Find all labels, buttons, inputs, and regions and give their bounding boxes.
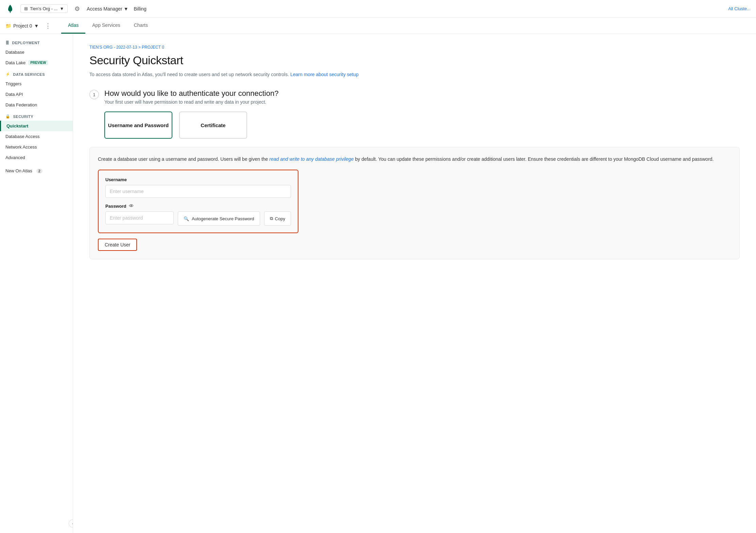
new-on-atlas-badge: 2 xyxy=(36,169,42,173)
sidebar-item-triggers[interactable]: Triggers xyxy=(0,79,73,89)
org-icon: ⊞ xyxy=(24,6,28,11)
copy-password-button[interactable]: ⧉ Copy xyxy=(264,211,291,226)
sidebar-section-deployment: 🗄 DEPLOYMENT xyxy=(0,37,73,47)
username-input[interactable] xyxy=(105,185,291,198)
password-visibility-toggle[interactable]: 👁 xyxy=(129,203,134,209)
page-subtitle: To access data stored in Atlas, you'll n… xyxy=(89,71,740,78)
sidebar: 🗄 DEPLOYMENT Database Data Lake PREVIEW … xyxy=(0,34,73,533)
auth-option-certificate[interactable]: Certificate xyxy=(179,111,247,139)
deployment-icon: 🗄 xyxy=(5,41,10,45)
autogenerate-password-button[interactable]: 🔍 Autogenerate Secure Password xyxy=(178,211,260,226)
auth-options: Username and Password Certificate xyxy=(104,111,740,139)
mongodb-logo xyxy=(5,4,15,14)
org-selector[interactable]: ⊞ Tien's Org - ... ▼ xyxy=(20,4,68,13)
org-dropdown-icon: ▼ xyxy=(59,6,64,11)
sidebar-item-data-lake[interactable]: Data Lake PREVIEW xyxy=(0,57,73,68)
password-label: Password 👁 xyxy=(105,203,291,209)
create-user-section: Create User xyxy=(98,239,731,251)
svg-rect-0 xyxy=(10,11,11,13)
step1-title: How would you like to authenticate your … xyxy=(104,89,278,98)
info-box: Create a database user using a username … xyxy=(89,147,740,259)
step1-header: 1 How would you like to authenticate you… xyxy=(89,89,740,105)
breadcrumb[interactable]: TIEN'S ORG - 2022-07-13 > PROJECT 0 xyxy=(89,45,740,50)
project-dropdown-icon: ▼ xyxy=(34,23,39,29)
preview-badge: PREVIEW xyxy=(28,60,48,65)
tab-app-services[interactable]: App Services xyxy=(85,18,127,34)
sidebar-item-data-api[interactable]: Data API xyxy=(0,89,73,100)
page-title: Security Quickstart xyxy=(89,54,740,67)
step1-circle: 1 xyxy=(89,90,99,99)
auth-option-username-password[interactable]: Username and Password xyxy=(104,111,172,139)
copy-icon: ⧉ xyxy=(270,216,273,221)
folder-icon: 📁 xyxy=(5,23,11,29)
sub-nav: 📁 Project 0 ▼ ⋮ Atlas App Services Chart… xyxy=(0,18,756,34)
password-row: 🔍 Autogenerate Secure Password ⧉ Copy xyxy=(105,211,291,226)
project-name: Project 0 xyxy=(13,23,32,29)
autogen-icon: 🔍 xyxy=(184,216,189,221)
sidebar-item-network-access[interactable]: Network Access xyxy=(0,142,73,152)
tab-charts[interactable]: Charts xyxy=(127,18,155,34)
sidebar-item-database-access[interactable]: Database Access xyxy=(0,131,73,142)
sidebar-item-quickstart[interactable]: Quickstart xyxy=(0,121,73,131)
org-name: Tien's Org - ... xyxy=(30,6,57,11)
tab-atlas[interactable]: Atlas xyxy=(61,18,85,34)
step1-subtitle: Your first user will have permission to … xyxy=(104,99,278,105)
billing-button[interactable]: Billing xyxy=(134,6,146,12)
sidebar-item-data-federation[interactable]: Data Federation xyxy=(0,100,73,110)
credentials-form: Username Password 👁 🔍 Autogenerate Secur… xyxy=(98,170,298,233)
main-content: TIEN'S ORG - 2022-07-13 > PROJECT 0 Secu… xyxy=(73,34,756,533)
sidebar-item-database[interactable]: Database xyxy=(0,47,73,57)
info-text: Create a database user using a username … xyxy=(98,155,731,163)
sidebar-item-advanced[interactable]: Advanced xyxy=(0,152,73,163)
all-clusters-link[interactable]: All Cluste... xyxy=(728,6,751,11)
privilege-link[interactable]: read and write to any database privilege xyxy=(269,156,354,162)
learn-more-link[interactable]: Learn more about security setup xyxy=(290,72,359,77)
sidebar-item-new-on-atlas[interactable]: New On Atlas 2 xyxy=(0,166,73,176)
access-manager-chevron: ▼ xyxy=(124,6,128,12)
project-selector[interactable]: 📁 Project 0 ▼ xyxy=(5,23,39,29)
create-user-button[interactable]: Create User xyxy=(98,239,137,251)
security-icon: 🔒 xyxy=(5,114,11,119)
main-layout: 🗄 DEPLOYMENT Database Data Lake PREVIEW … xyxy=(0,34,756,533)
more-options-icon[interactable]: ⋮ xyxy=(45,22,51,30)
sub-tabs: Atlas App Services Charts xyxy=(61,18,155,34)
password-input[interactable] xyxy=(105,211,174,224)
sidebar-section-security: 🔒 SECURITY xyxy=(0,110,73,121)
sidebar-collapse-button[interactable]: ‹ xyxy=(69,519,73,528)
gear-icon[interactable]: ⚙ xyxy=(74,5,80,13)
username-label: Username xyxy=(105,177,291,182)
access-manager-button[interactable]: Access Manager ▼ xyxy=(87,6,128,12)
top-nav: ⊞ Tien's Org - ... ▼ ⚙ Access Manager ▼ … xyxy=(0,0,756,18)
sidebar-section-data-services: ⚡ DATA SERVICES xyxy=(0,68,73,79)
data-services-icon: ⚡ xyxy=(5,72,11,76)
